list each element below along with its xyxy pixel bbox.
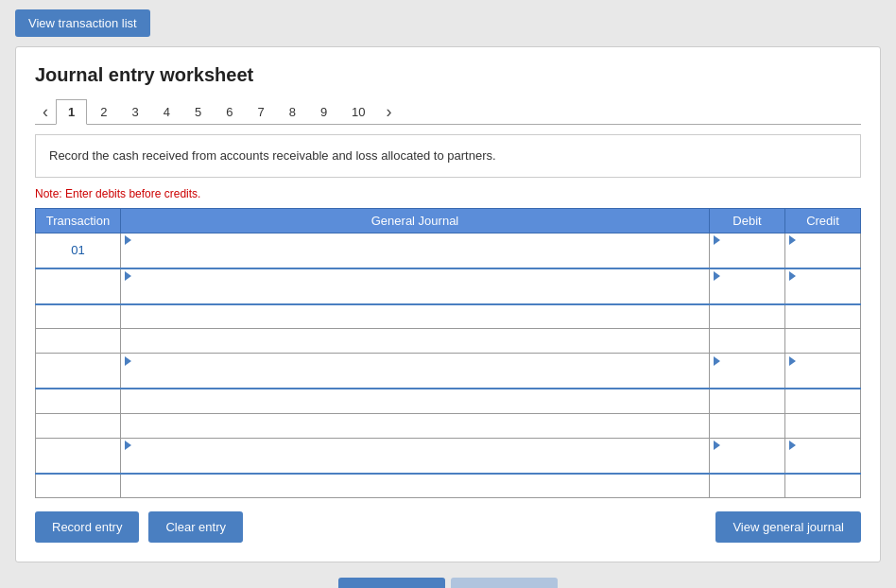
credit-input[interactable] <box>789 247 856 268</box>
tab-6[interactable]: 6 <box>215 100 244 124</box>
general-journal-input[interactable] <box>125 247 705 268</box>
debit-cell[interactable] <box>710 354 785 389</box>
clear-entry-button[interactable]: Clear entry <box>148 511 243 543</box>
col-header-general-journal: General Journal <box>121 208 710 233</box>
view-general-journal-button[interactable]: View general journal <box>715 511 861 543</box>
action-buttons-row: Record entry Clear entry View general jo… <box>35 511 861 543</box>
main-container: Journal entry worksheet ‹ 1 2 3 4 5 6 7 … <box>15 46 881 562</box>
debit-input[interactable] <box>714 283 781 303</box>
general-journal-input[interactable] <box>125 452 705 473</box>
debit-input[interactable] <box>714 247 781 268</box>
record-entry-button[interactable]: Record entry <box>35 511 139 543</box>
required-a-button[interactable]: Required A <box>338 578 444 588</box>
tab-10[interactable]: 10 <box>340 100 376 124</box>
debit-input[interactable] <box>714 452 781 473</box>
view-transaction-button[interactable]: View transaction list <box>15 9 150 37</box>
table-row <box>36 413 861 438</box>
debit-cell[interactable] <box>710 268 785 304</box>
table-row <box>36 389 861 413</box>
transaction-cell <box>36 474 121 498</box>
transaction-cell <box>36 389 121 413</box>
debit-input[interactable] <box>714 390 781 411</box>
debit-input[interactable] <box>714 415 781 436</box>
debit-triangle-icon <box>714 356 720 366</box>
general-journal-cell[interactable] <box>121 304 710 329</box>
row-triangle-icon <box>125 235 131 245</box>
instruction-text: Record the cash received from accounts r… <box>49 148 496 163</box>
credit-input[interactable] <box>789 390 856 411</box>
col-header-credit: Credit <box>785 208 861 233</box>
credit-cell[interactable] <box>785 329 861 354</box>
tab-5[interactable]: 5 <box>183 100 213 124</box>
credit-triangle-icon <box>789 441 796 450</box>
tab-7[interactable]: 7 <box>246 100 275 124</box>
general-journal-cell[interactable] <box>121 268 710 304</box>
debit-cell[interactable] <box>710 233 785 268</box>
table-row <box>36 438 861 474</box>
credit-input[interactable] <box>789 367 856 388</box>
credit-input[interactable] <box>789 415 856 436</box>
credit-cell[interactable] <box>785 438 861 474</box>
credit-input[interactable] <box>789 452 856 473</box>
general-journal-input[interactable] <box>125 367 705 388</box>
tab-9[interactable]: 9 <box>309 100 338 124</box>
credit-cell[interactable] <box>785 354 861 389</box>
general-journal-cell[interactable] <box>121 329 710 354</box>
debit-cell[interactable] <box>710 474 785 498</box>
transaction-cell <box>36 438 121 474</box>
credit-cell[interactable] <box>785 389 861 413</box>
journal-table: Transaction General Journal Debit Credit… <box>35 208 861 499</box>
general-journal-cell[interactable] <box>121 438 710 474</box>
credit-triangle-icon <box>789 271 796 281</box>
general-journal-cell[interactable] <box>121 389 710 413</box>
debit-cell[interactable] <box>710 329 785 354</box>
general-journal-cell[interactable] <box>121 474 710 498</box>
credit-input[interactable] <box>789 306 856 327</box>
row-triangle-icon <box>125 356 131 366</box>
tab-8[interactable]: 8 <box>278 100 307 124</box>
general-journal-input[interactable] <box>125 283 705 303</box>
transaction-cell: 01 <box>36 233 121 268</box>
general-journal-input[interactable] <box>125 476 705 496</box>
general-journal-input[interactable] <box>125 390 705 411</box>
general-journal-input[interactable] <box>125 331 705 352</box>
debit-input[interactable] <box>714 331 781 352</box>
credit-input[interactable] <box>789 283 856 303</box>
tab-2[interactable]: 2 <box>89 100 118 124</box>
debit-input[interactable] <box>714 476 781 496</box>
table-row <box>36 268 861 304</box>
credit-cell[interactable] <box>785 233 861 268</box>
row-triangle-icon <box>125 271 131 281</box>
general-journal-cell[interactable] <box>121 354 710 389</box>
tab-1[interactable]: 1 <box>56 99 87 125</box>
general-journal-cell[interactable] <box>121 413 710 438</box>
credit-input[interactable] <box>789 331 856 352</box>
general-journal-input[interactable] <box>125 306 705 327</box>
credit-input[interactable] <box>789 476 856 496</box>
credit-cell[interactable] <box>785 413 861 438</box>
debit-cell[interactable] <box>710 438 785 474</box>
col-header-debit: Debit <box>710 208 785 233</box>
table-row: 01 <box>36 233 861 268</box>
debit-input[interactable] <box>714 367 781 388</box>
tabs-row: ‹ 1 2 3 4 5 6 7 8 9 10 › <box>35 99 861 125</box>
debit-cell[interactable] <box>710 304 785 329</box>
required-b-button: Required B <box>451 578 558 588</box>
credit-cell[interactable] <box>785 304 861 329</box>
credit-cell[interactable] <box>785 474 861 498</box>
transaction-cell <box>36 329 121 354</box>
general-journal-input[interactable] <box>125 415 705 436</box>
tab-4[interactable]: 4 <box>152 100 181 124</box>
credit-cell[interactable] <box>785 268 861 304</box>
table-row <box>36 354 861 389</box>
debit-input[interactable] <box>714 306 781 327</box>
debit-cell[interactable] <box>710 389 785 413</box>
general-journal-cell[interactable] <box>121 233 710 268</box>
table-row <box>36 474 861 498</box>
worksheet-title: Journal entry worksheet <box>35 64 861 86</box>
debit-cell[interactable] <box>710 413 785 438</box>
tab-prev-arrow[interactable]: ‹ <box>35 99 56 124</box>
tab-3[interactable]: 3 <box>120 100 149 124</box>
tab-next-arrow[interactable]: › <box>379 99 400 124</box>
transaction-cell <box>36 304 121 329</box>
